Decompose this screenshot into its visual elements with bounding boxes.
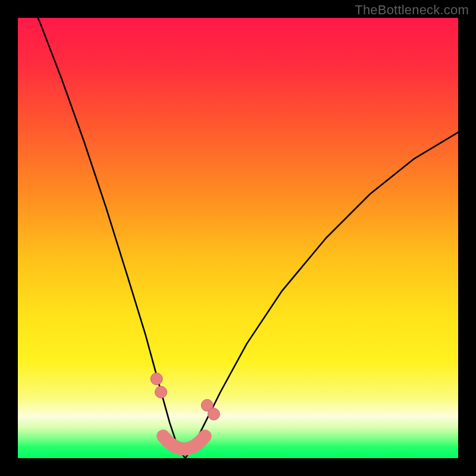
highlight-dot bbox=[208, 408, 220, 420]
bottleneck-curve bbox=[18, 18, 458, 458]
watermark-text: TheBottleneck.com bbox=[355, 2, 469, 18]
highlight-slug bbox=[163, 436, 205, 449]
curve-layer bbox=[18, 18, 458, 458]
highlight-dots bbox=[151, 373, 220, 420]
highlight-dot bbox=[155, 386, 167, 398]
highlight-dot bbox=[151, 373, 162, 385]
chart-frame: TheBottleneck.com bbox=[0, 0, 476, 476]
plot-area bbox=[18, 18, 458, 458]
